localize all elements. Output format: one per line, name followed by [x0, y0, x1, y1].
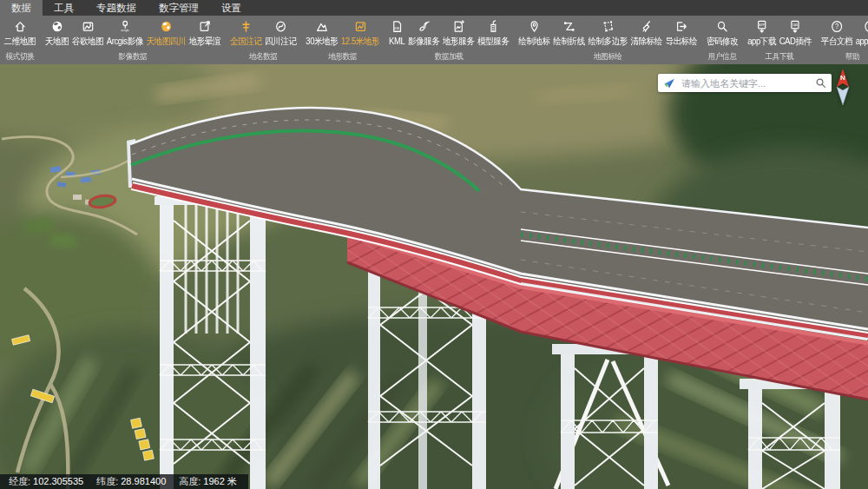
item-draw-polyline[interactable]: 绘制折线	[552, 17, 587, 49]
ribbon-group-tool-download: APP app下载 CAD CAD插件 工具下载	[744, 16, 816, 64]
ribbon-toolbar: 二维地图 模式切换 天地图 谷歌地图 arcgis	[0, 16, 868, 64]
item-draw-placemark[interactable]: 绘制地标	[517, 17, 552, 49]
search-icon[interactable]	[815, 77, 826, 89]
item-imagery-service[interactable]: 影像服务	[406, 17, 441, 49]
globe-icon	[50, 18, 63, 35]
altitude-readout: 高度:1962 米	[179, 475, 237, 488]
item-tianditu[interactable]: 天地图	[43, 17, 70, 49]
ribbon-group-mode-switch: 二维地图 模式切换	[0, 16, 40, 64]
item-terrain-hillshade[interactable]: 地形晕渲	[187, 17, 222, 49]
item-label: 四川注记	[265, 36, 296, 48]
item-kml[interactable]: KML KML	[387, 17, 406, 47]
item-label: app下载	[747, 36, 776, 48]
item-label: app文档	[856, 36, 868, 48]
item-label: 影像服务	[408, 36, 439, 48]
hillshade-icon	[198, 18, 211, 35]
search-input[interactable]	[680, 77, 811, 89]
item-label: 导出标绘	[666, 36, 697, 48]
item-change-password[interactable]: 密码修改	[705, 17, 740, 49]
menu-bar: 数据 工具 专题数据 数字管理 设置	[0, 0, 868, 16]
item-label: 绘制地标	[518, 36, 549, 48]
clear-icon	[640, 18, 653, 35]
coordinate-status-bar: 经度:102.305535 纬度:28.981400 高度:1962 米	[0, 474, 248, 489]
item-national-labels[interactable]: 全国注记	[228, 17, 263, 49]
terrain-image-icon	[353, 18, 366, 35]
polygon-icon	[601, 18, 614, 35]
item-label: 天地图	[45, 36, 69, 48]
map-viewport[interactable]: N 经度:102.305535 纬度:28.981400 高度:1962 米	[0, 64, 868, 489]
home-icon	[13, 18, 26, 35]
imagery-service-icon	[417, 18, 430, 35]
item-label: 绘制折线	[553, 36, 584, 48]
item-label: 天地图四川	[147, 36, 187, 48]
compass-north-indicator[interactable]: N	[832, 68, 854, 106]
ribbon-group-label: 地图标绘	[517, 50, 699, 64]
globe-sichuan-icon	[160, 18, 173, 35]
svg-text:CAD: CAD	[792, 23, 799, 27]
item-model-service[interactable]: 模型服务	[476, 17, 510, 49]
latitude-readout: 纬度:28.981400	[96, 475, 166, 488]
item-app-download[interactable]: APP app下载	[746, 17, 777, 49]
item-label: 30米地形	[306, 36, 338, 48]
place-search-box[interactable]	[658, 74, 832, 92]
item-label: 地形服务	[443, 36, 474, 48]
cad-plugin-icon: CAD	[788, 18, 801, 35]
polyline-icon	[562, 18, 575, 35]
map-3d-scene	[0, 64, 868, 489]
ribbon-group-imagery-data: 天地图 谷歌地图 arcgis Arcgis影像 天地图四川	[41, 16, 224, 64]
circle-label-icon	[273, 18, 286, 35]
item-label: Arcgis影像	[107, 36, 143, 48]
item-label: 全国注记	[230, 36, 261, 48]
svg-text:arcgis: arcgis	[121, 29, 128, 32]
ribbon-group-label: 用户信息	[705, 50, 740, 64]
export-icon	[674, 18, 687, 35]
placemark-icon	[528, 18, 541, 35]
item-label: 绘制多边形	[588, 36, 628, 48]
compass-north-label: N	[840, 74, 845, 82]
item-terrain-12-5m[interactable]: 12.5米地形	[339, 17, 381, 49]
model-service-icon	[486, 18, 499, 35]
app-download-icon: APP	[755, 18, 768, 35]
ribbon-group-user-info: 密码修改 用户信息	[702, 16, 742, 64]
item-label: 二维地图	[4, 36, 36, 48]
item-terrain-30m[interactable]: 30米地形	[305, 17, 340, 49]
item-2d-map[interactable]: 二维地图	[3, 17, 37, 49]
mountain-icon	[315, 18, 328, 35]
app-logo-icon	[663, 77, 675, 89]
item-export-annotations[interactable]: 导出标绘	[664, 17, 699, 49]
svg-text:KML: KML	[394, 27, 400, 30]
item-draw-polygon[interactable]: 绘制多边形	[587, 17, 629, 49]
ribbon-group-label: 数据加载	[387, 50, 510, 64]
ribbon-group-label: 帮助	[819, 50, 868, 64]
ribbon-group-label: 地名数据	[228, 50, 298, 64]
item-sichuan-labels[interactable]: 四川注记	[263, 17, 298, 49]
ribbon-group-label: 地形数据	[305, 50, 381, 64]
item-label: KML	[389, 36, 404, 46]
ribbon-group-placename-data: 全国注记 四川注记 地名数据	[226, 16, 300, 64]
ribbon-group-label: 影像数据	[43, 50, 222, 64]
item-terrain-service[interactable]: 地形服务	[441, 17, 476, 49]
item-arcgis-imagery[interactable]: arcgis Arcgis影像	[105, 17, 145, 49]
item-google-map[interactable]: 谷歌地图	[70, 17, 105, 49]
ribbon-group-terrain-data: 30米地形 12.5米地形 地形数据	[302, 16, 384, 64]
menu-tab-tools[interactable]: 工具	[43, 0, 85, 16]
map-image-icon	[81, 18, 94, 35]
item-platform-docs[interactable]: ? 平台文档	[819, 17, 854, 49]
password-icon	[715, 18, 728, 35]
item-label: 模型服务	[477, 36, 509, 48]
ribbon-group-help: ? 平台文档 ? app文档 帮助	[817, 16, 868, 64]
annotation-icon	[239, 18, 252, 35]
item-clear-annotations[interactable]: 清除标绘	[629, 17, 664, 49]
item-label: 12.5米地形	[341, 36, 379, 48]
longitude-readout: 经度:102.305535	[9, 475, 83, 488]
item-label: CAD插件	[779, 36, 812, 48]
item-cad-plugin[interactable]: CAD CAD插件	[778, 17, 813, 49]
menu-tab-thematic-data[interactable]: 专题数据	[85, 0, 148, 16]
menu-tab-settings[interactable]: 设置	[210, 0, 253, 16]
item-app-docs[interactable]: ? app文档	[854, 17, 868, 49]
ribbon-group-data-loading: KML KML 影像服务 地形服务 模型服务	[385, 16, 513, 64]
kml-file-icon: KML	[390, 18, 403, 35]
item-tianditu-sichuan[interactable]: 天地图四川	[145, 17, 187, 49]
menu-tab-data[interactable]: 数据	[0, 0, 43, 16]
menu-tab-digital-management[interactable]: 数字管理	[148, 0, 210, 16]
